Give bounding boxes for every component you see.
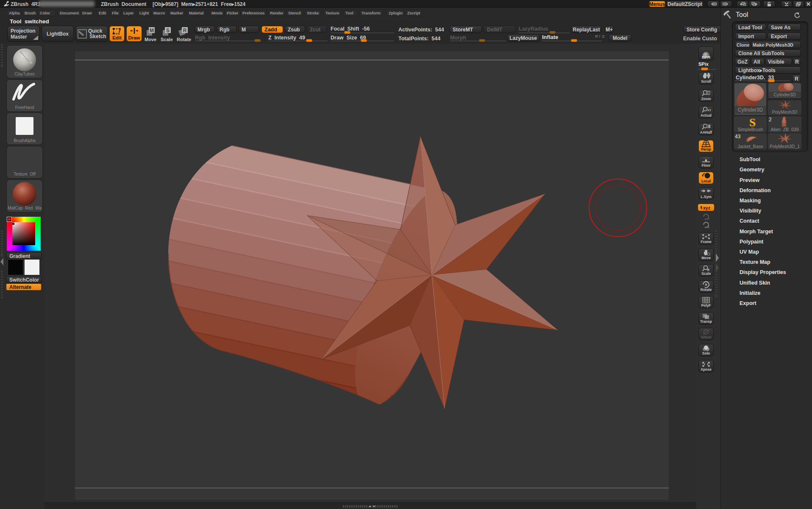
svg-text:R: R: [183, 28, 187, 34]
svg-text:Y: Y: [708, 217, 710, 221]
svg-text:xyz: xyz: [703, 205, 710, 210]
svg-text:S: S: [749, 116, 755, 128]
svg-text:S: S: [166, 28, 170, 34]
svg-text:x1: x1: [707, 108, 711, 112]
svg-text:M: M: [150, 28, 154, 34]
svg-text:x y z: x y z: [704, 157, 709, 159]
svg-text:z: z: [708, 225, 709, 229]
